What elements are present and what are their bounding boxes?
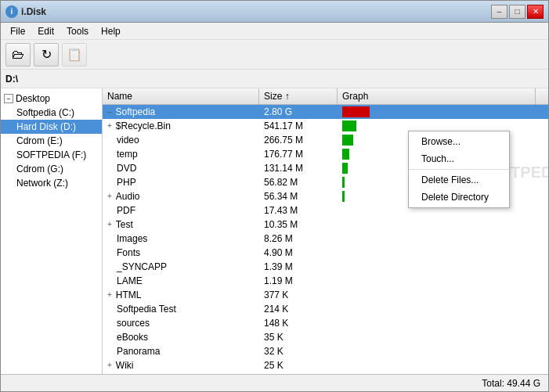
expand-icon[interactable]: + (107, 192, 112, 200)
table-row[interactable]: sources148 K (103, 316, 548, 330)
table-row[interactable]: +Wiki25 K (103, 358, 548, 372)
file-name-cell: PHP (103, 176, 259, 189)
table-row[interactable]: +Softpedia Project14 K (103, 372, 548, 374)
table-row[interactable]: Fonts4.90 M (103, 246, 548, 260)
status-bar: Total: 49.44 G (1, 374, 548, 391)
table-row[interactable]: Panorama32 K (103, 344, 548, 358)
file-name-text: eBooks (117, 332, 148, 343)
table-row[interactable]: Softpedia Test214 K (103, 302, 548, 316)
window-controls: – □ ✕ (491, 5, 544, 19)
expand-icon[interactable]: + (107, 121, 112, 130)
file-graph-cell (338, 351, 548, 352)
file-size-cell: 541.17 M (259, 120, 338, 132)
file-name-text: HTML (116, 290, 142, 300)
maximize-button[interactable]: □ (509, 5, 526, 19)
file-name-cell: Panorama (103, 345, 259, 358)
col-header-graph[interactable]: Graph (338, 88, 536, 104)
file-graph-cell (338, 308, 548, 310)
file-name-cell: –Softpedia (103, 106, 259, 118)
menu-tools[interactable]: Tools (60, 24, 95, 38)
file-name-cell: DVD (103, 162, 259, 174)
minimize-button[interactable]: – (491, 5, 507, 19)
file-name-cell: +Wiki (103, 359, 259, 372)
graph-bar-green (342, 177, 345, 188)
file-name-cell: temp (103, 148, 259, 160)
file-name-cell: +Test (103, 218, 259, 231)
sidebar-item-softpedia-f[interactable]: SOFTPEDIA (F:) (1, 148, 102, 162)
file-name-cell: PDF (103, 204, 259, 217)
menu-edit[interactable]: Edit (31, 24, 60, 38)
file-graph-cell (338, 280, 548, 282)
file-list-container: Name Size ↑ Graph –Softpedia2.80 G+$Recy… (103, 88, 548, 374)
file-size-cell: 8.26 M (259, 232, 338, 245)
expand-icon[interactable]: + (107, 220, 112, 228)
file-name-cell: +HTML (103, 289, 259, 301)
app-icon: i (5, 5, 18, 18)
file-graph-cell (338, 224, 548, 225)
sidebar-root-label: Desktop (16, 93, 50, 104)
file-name-cell: +Softpedia Project (103, 373, 259, 375)
table-row[interactable]: –Softpedia2.80 G (103, 105, 548, 119)
table-row[interactable]: eBooks35 K (103, 330, 548, 344)
file-name-cell: Images (103, 232, 259, 245)
address-path: D:\ (5, 74, 18, 85)
table-row[interactable]: _SYNCAPP1.39 M (103, 260, 548, 274)
file-name-text: temp (117, 149, 138, 160)
file-graph-cell (338, 252, 548, 254)
open-button[interactable]: 🗁 (5, 43, 31, 67)
sidebar-item-network-z[interactable]: Network (Z:) (1, 176, 102, 190)
table-row[interactable]: LAME1.19 M (103, 274, 548, 288)
file-name-cell: +$Recycle.Bin (103, 120, 259, 132)
table-row[interactable]: +HTML377 K (103, 288, 548, 302)
file-name-text: Panorama (117, 346, 160, 357)
sidebar-item-softpedia-c[interactable]: Softpedia (C:) (1, 106, 102, 120)
ctx-delete-directory[interactable]: Delete Directory (409, 189, 509, 206)
ctx-touch[interactable]: Touch... (409, 150, 509, 167)
col-header-size[interactable]: Size ↑ (259, 88, 338, 104)
refresh-button[interactable]: ↻ (34, 43, 59, 67)
file-graph-cell (338, 106, 548, 118)
file-size-cell: 17.43 M (259, 204, 338, 217)
sidebar-item-cdrom-e[interactable]: Cdrom (E:) (1, 134, 102, 148)
expand-icon[interactable]: – (107, 107, 112, 116)
file-name-text: Audio (116, 191, 140, 202)
clipboard-button[interactable]: 📋 (62, 43, 87, 67)
address-bar: D:\ (1, 70, 548, 88)
ctx-browse[interactable]: Browse... (409, 133, 509, 150)
ctx-divider (409, 169, 509, 170)
table-row[interactable]: +Test10.35 M (103, 218, 548, 232)
file-name-text: Images (117, 233, 147, 244)
col-header-name[interactable]: Name (103, 88, 259, 104)
file-graph-cell (338, 238, 548, 239)
sidebar-item-harddisk-d[interactable]: Hard Disk (D:) (1, 120, 102, 134)
file-name-text: PDF (117, 205, 135, 216)
sidebar-item-cdrom-g[interactable]: Cdrom (G:) (1, 162, 102, 176)
file-size-cell: 10.35 M (259, 218, 338, 231)
ctx-delete-files[interactable]: Delete Files... (409, 171, 509, 189)
file-name-text: LAME (117, 275, 143, 286)
file-size-cell: 176.77 M (259, 148, 338, 160)
expand-icon-desktop[interactable]: − (4, 94, 13, 103)
menu-file[interactable]: File (4, 24, 31, 38)
file-graph-cell (338, 294, 548, 296)
file-name-cell: video (103, 134, 259, 146)
file-name-text: $Recycle.Bin (116, 120, 171, 131)
file-name-text: DVD (117, 163, 136, 174)
file-size-cell: 148 K (259, 317, 338, 329)
close-button[interactable]: ✕ (527, 5, 544, 19)
file-size-cell: 4.90 M (259, 246, 338, 259)
expand-icon[interactable]: + (107, 290, 112, 299)
file-graph-cell (338, 210, 548, 211)
file-size-cell: 1.39 M (259, 261, 338, 273)
sidebar-root-desktop[interactable]: − Desktop (1, 92, 102, 106)
file-size-cell: 131.14 M (259, 162, 338, 174)
menu-help[interactable]: Help (95, 24, 127, 38)
file-graph-cell (338, 336, 548, 338)
expand-icon[interactable]: + (107, 361, 112, 369)
file-name-text: sources (117, 318, 150, 329)
file-name-cell: eBooks (103, 331, 259, 343)
file-size-cell: 214 K (259, 303, 338, 315)
graph-bar-container (342, 120, 356, 131)
table-row[interactable]: Images8.26 M (103, 232, 548, 246)
toolbar: 🗁 ↻ 📋 (1, 40, 548, 70)
